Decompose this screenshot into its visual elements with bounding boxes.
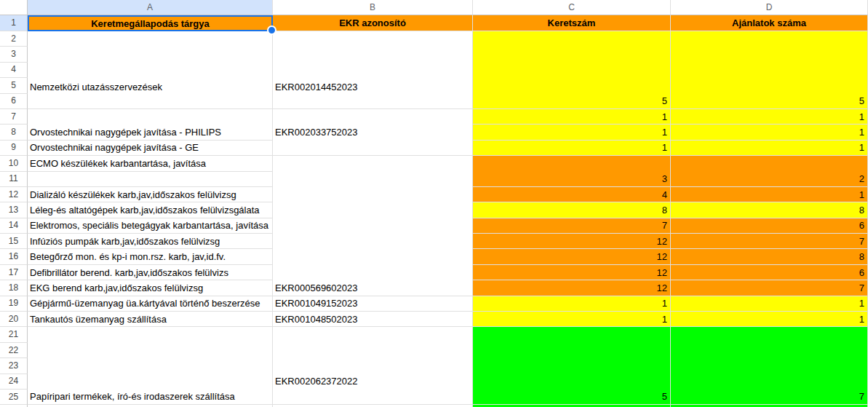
column-header-b[interactable]: B — [273, 0, 473, 15]
cell-d13[interactable]: 8 — [671, 202, 868, 218]
row-header-21[interactable]: 21 — [0, 327, 28, 342]
row-header-6[interactable]: 6 — [0, 94, 28, 109]
cell-c1[interactable]: Keretszám — [473, 15, 671, 31]
row-header-4[interactable]: 4 — [0, 63, 28, 78]
cell-d15[interactable]: 7 — [671, 234, 868, 249]
row-header-10[interactable]: 10 — [0, 156, 28, 171]
column-header-a[interactable]: A — [28, 0, 273, 15]
cell-d16[interactable]: 8 — [671, 249, 868, 264]
cell-c19[interactable]: 1 — [473, 296, 671, 312]
select-all-corner[interactable] — [0, 0, 28, 15]
cell-b1[interactable]: EKR azonosító — [273, 15, 473, 31]
column-header-c[interactable]: C — [473, 0, 671, 15]
cell-a20[interactable]: Tankautós üzemanyag szállítása — [28, 312, 273, 327]
cell-c20[interactable]: 1 — [473, 312, 671, 327]
row-header-25[interactable]: 25 — [0, 390, 28, 405]
cell-c17[interactable]: 12 — [473, 265, 671, 280]
row-header-23[interactable]: 23 — [0, 358, 28, 374]
cell-a11[interactable] — [28, 172, 273, 187]
row-header-13[interactable]: 13 — [0, 202, 28, 218]
row-header-5[interactable]: 5 — [0, 78, 28, 93]
cell-c12[interactable]: 4 — [473, 187, 671, 202]
cell-d7[interactable]: 1 — [671, 109, 868, 125]
cell-c7[interactable]: 1 — [473, 109, 671, 125]
cell-a17[interactable]: Defibrillátor berend. karb,jav,időszakos… — [28, 265, 273, 280]
cell-d17[interactable]: 6 — [671, 265, 868, 280]
cell-d8[interactable]: 1 — [671, 125, 868, 140]
cell-b21-b25-merged[interactable]: EKR002062372022 — [273, 327, 473, 405]
row-header-19[interactable]: 19 — [0, 296, 28, 312]
row-header-16[interactable]: 16 — [0, 249, 28, 264]
cell-b20[interactable]: EKR001048502023 — [273, 312, 473, 327]
cell-a1-active[interactable]: Keretmegállapodás tárgya — [28, 15, 273, 31]
row-header-11[interactable]: 11 — [0, 172, 28, 187]
cell-c10-c11-merged[interactable]: 3 — [473, 156, 671, 187]
spreadsheet-grid: A B C D 1 2 3 4 5 6 7 8 9 10 11 12 13 14… — [0, 0, 868, 407]
column-header-d[interactable]: D — [671, 0, 868, 15]
row-header-3[interactable]: 3 — [0, 47, 28, 62]
cell-a13[interactable]: Léleg-és altatógépek karb,jav,időszakos … — [28, 202, 273, 218]
cell-a2-a6-merged[interactable]: Nemzetközi utazásszervezések — [28, 31, 273, 109]
cell-a9[interactable]: Orvostechnikai nagygépek javítása - GE — [28, 141, 273, 156]
cell-c16[interactable]: 12 — [473, 249, 671, 264]
cell-c21-c25-merged[interactable]: 5 — [473, 327, 671, 405]
cell-a12[interactable]: Dializáló készülékek karb,jav,időszakos … — [28, 187, 273, 202]
cell-d19[interactable]: 1 — [671, 296, 868, 312]
row-header-22[interactable]: 22 — [0, 343, 28, 358]
cell-c18[interactable]: 12 — [473, 280, 671, 296]
row-header-15[interactable]: 15 — [0, 234, 28, 249]
cell-d9[interactable]: 1 — [671, 141, 868, 156]
row-header-7[interactable]: 7 — [0, 109, 28, 125]
cell-a18[interactable]: EKG berend karb,jav,időszakos felülvizsg — [28, 280, 273, 296]
cell-b19[interactable]: EKR001049152023 — [273, 296, 473, 312]
cell-c9[interactable]: 1 — [473, 141, 671, 156]
row-header-1[interactable]: 1 — [0, 15, 28, 31]
row-header-8[interactable]: 8 — [0, 125, 28, 140]
row-header-14[interactable]: 14 — [0, 218, 28, 234]
cell-a14[interactable]: Elektromos, speciális betegágyak karbant… — [28, 218, 273, 234]
row-header-18[interactable]: 18 — [0, 280, 28, 296]
row-header-17[interactable]: 17 — [0, 265, 28, 280]
row-header-9[interactable]: 9 — [0, 141, 28, 156]
cell-d14[interactable]: 6 — [671, 218, 868, 234]
cell-d1[interactable]: Ajánlatok száma — [671, 15, 868, 31]
cell-d2-d6-merged[interactable]: 5 — [671, 31, 868, 109]
cell-c13[interactable]: 8 — [473, 202, 671, 218]
cell-a16[interactable]: Betegőrző mon. és kp-i mon.rsz. karb, ja… — [28, 249, 273, 264]
cell-a19[interactable]: Gépjármű-üzemanyag üa.kártyával történő … — [28, 296, 273, 312]
cell-d10-d11-merged[interactable]: 2 — [671, 156, 868, 187]
row-header-12[interactable]: 12 — [0, 187, 28, 202]
cell-b10-b18-merged[interactable]: EKR000569602023 — [273, 156, 473, 296]
cell-a21-a25-merged[interactable]: Papíripari termékek, író-és irodaszerek … — [28, 327, 273, 405]
cell-a10[interactable]: ECMO készülékek karbantartása, javítása — [28, 156, 273, 171]
cell-b7-b9-merged[interactable]: EKR002033752023 — [273, 109, 473, 156]
row-header-20[interactable]: 20 — [0, 312, 28, 327]
cell-d20[interactable]: 1 — [671, 312, 868, 327]
cell-c8[interactable]: 1 — [473, 125, 671, 140]
cell-d12[interactable]: 1 — [671, 187, 868, 202]
cell-b2-b6-merged[interactable]: EKR002014452023 — [273, 31, 473, 109]
cell-c15[interactable]: 12 — [473, 234, 671, 249]
cell-d18[interactable]: 7 — [671, 280, 868, 296]
cell-a1-text: Keretmegállapodás tárgya — [91, 18, 210, 29]
row-header-24[interactable]: 24 — [0, 374, 28, 390]
cell-c2-c6-merged[interactable]: 5 — [473, 31, 671, 109]
cell-a15[interactable]: Infúziós pumpák karb,jav,időszakos felül… — [28, 234, 273, 249]
cell-c14[interactable]: 7 — [473, 218, 671, 234]
fill-handle[interactable] — [267, 25, 276, 35]
row-header-2[interactable]: 2 — [0, 31, 28, 47]
cell-d21-d25-merged[interactable]: 7 — [671, 327, 868, 405]
cell-a7-a8-merged[interactable]: Orvostechnikai nagygépek javítása - PHIL… — [28, 109, 273, 141]
